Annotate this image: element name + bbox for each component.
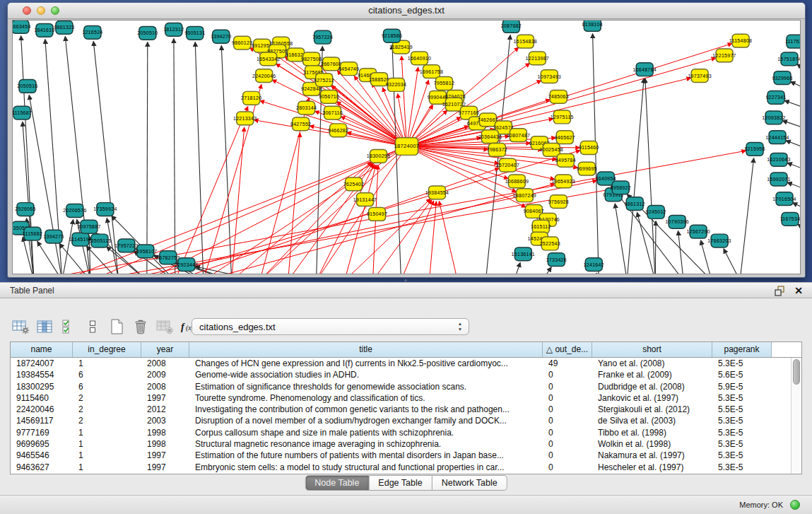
graph-edge[interactable] [701, 240, 712, 274]
graph-node[interactable]: 8495784 [555, 153, 576, 167]
graph-node[interactable]: 18807249 [513, 189, 536, 202]
table-cell[interactable]: Dudbridge et al. (2008) [592, 381, 712, 392]
graph-node[interactable]: 3067110 [322, 106, 343, 119]
table-cell[interactable]: 1997 [141, 450, 189, 461]
vertical-scrollbar[interactable] [791, 358, 801, 474]
graph-node[interactable]: 12213987 [526, 52, 549, 65]
graph-node[interactable]: 9699695 [577, 162, 597, 175]
table-cell[interactable]: 2 [73, 404, 141, 415]
table-cell[interactable]: 9463627 [11, 462, 73, 473]
graph-edge[interactable] [678, 231, 684, 274]
table-cell[interactable]: 2009 [141, 369, 189, 380]
graph-edge[interactable] [627, 78, 644, 274]
graph-node[interactable]: 18300295 [367, 149, 390, 163]
table-cell[interactable]: Yano et al. (2008) [592, 358, 712, 369]
table-cell[interactable]: de Silva et al. (2003) [592, 415, 712, 426]
graph-node[interactable]: 2050510 [137, 26, 158, 40]
graph-node[interactable]: 15720407 [496, 158, 519, 172]
table-cell[interactable]: 18300295 [11, 381, 73, 392]
graph-edge[interactable] [797, 64, 800, 70]
graph-node[interactable]: 10790396 [665, 215, 688, 228]
table-cell[interactable]: Structural magnetic resonance image aver… [189, 438, 543, 450]
graph-node[interactable]: 1167534 [780, 212, 800, 226]
table-cell[interactable]: Wolkin et al. (1998) [592, 438, 712, 450]
graph-node[interactable]: 15992071 [767, 173, 790, 186]
table-cell[interactable]: 1997 [141, 462, 189, 473]
graph-node[interactable]: 9861312 [625, 197, 645, 211]
graph-node[interactable]: 9115460 [579, 141, 599, 155]
graph-edge[interactable] [439, 201, 457, 274]
graph-node[interactable]: 16958107 [134, 245, 157, 258]
table-cell[interactable]: 9699695 [11, 438, 73, 450]
graph-node[interactable]: 17359924 [93, 203, 117, 216]
graph-node[interactable]: 12093822 [762, 111, 785, 124]
graph-edge[interactable] [724, 249, 740, 274]
table-cell[interactable]: 0 [543, 392, 592, 404]
table-cell[interactable]: 0 [543, 369, 592, 380]
table-cell[interactable]: 19384554 [11, 369, 73, 380]
table-cell[interactable]: Tourette syndrome. Phenomenology and cla… [189, 392, 543, 404]
window-titlebar[interactable]: citations_edges.txt [8, 3, 805, 19]
graph-node[interactable]: 9056710 [319, 90, 339, 103]
split-pane-handle[interactable]: ▲ [401, 278, 411, 281]
table-cell[interactable]: Stergiakouli et al. (2012) [592, 404, 712, 415]
graph-node[interactable]: 1394270 [211, 30, 231, 43]
graph-edge[interactable] [740, 158, 754, 274]
graph-node[interactable]: 1394275 [43, 230, 64, 243]
graph-edge[interactable] [174, 39, 175, 274]
graph-node[interactable]: 2087682 [501, 21, 522, 33]
table-cell[interactable]: 0 [543, 381, 592, 392]
checklist-icon[interactable] [58, 317, 79, 337]
graph-node[interactable]: 22420046 [252, 69, 276, 83]
table-cell[interactable]: 2 [73, 415, 141, 426]
table-row[interactable]: 969969511998Structural magnetic resonanc… [11, 438, 791, 450]
graph-node[interactable]: 9466282 [328, 124, 348, 137]
graph-node[interactable]: 9218586 [382, 29, 402, 42]
delete-table-icon[interactable] [154, 317, 175, 337]
network-view-window[interactable]: citations_edges.txt 18724007986012389129… [7, 2, 806, 278]
graph-node[interactable]: 10688609 [505, 175, 529, 188]
trash-icon[interactable] [130, 317, 151, 337]
column-header-title[interactable]: title [189, 342, 543, 357]
graph-node[interactable]: 12567290 [686, 225, 710, 238]
graph-node[interactable]: 16543342 [257, 52, 280, 66]
graph-edge[interactable] [784, 100, 800, 107]
table-cell[interactable]: 5.3E-5 [712, 427, 772, 438]
new-document-icon[interactable] [106, 317, 127, 337]
column-header-pagerank[interactable]: pagerank [712, 342, 772, 357]
graph-edge[interactable] [793, 203, 800, 209]
graph-node[interactable]: 2718120 [241, 91, 261, 105]
column-select-icon[interactable] [34, 317, 55, 337]
tab-edge-table[interactable]: Edge Table [369, 475, 432, 491]
table-cell[interactable]: 5.3E-5 [712, 438, 772, 450]
graph-edge[interactable] [429, 201, 436, 274]
graph-edge[interactable] [29, 95, 62, 274]
graph-node[interactable]: 1115682 [23, 227, 42, 240]
graph-node[interactable]: 8215958 [744, 143, 765, 156]
graph-node[interactable]: 10973493 [538, 70, 561, 83]
table-row[interactable]: 946362711997Embryonic stem cells: a mode… [11, 462, 791, 473]
graph-node[interactable]: 9329968 [772, 71, 792, 85]
graph-node[interactable]: 16640910 [408, 52, 431, 65]
graph-edge[interactable] [787, 182, 800, 189]
table-row[interactable]: 977716911998Corpus callosum shape and si… [11, 427, 791, 438]
graph-node[interactable]: 2050516 [17, 80, 37, 93]
graph-node[interactable]: 9827508 [301, 52, 322, 66]
graph-node[interactable]: 20364436 [478, 130, 502, 144]
table-row[interactable]: 1872400712008Changes of HCN gene express… [11, 358, 791, 369]
column-header-year[interactable]: year [141, 342, 189, 357]
table-cell[interactable]: 2008 [141, 358, 189, 369]
table-cell[interactable]: Nakamura et al. (1997) [592, 450, 712, 461]
table-row[interactable]: 1456911722003Disruption of a novel membe… [11, 415, 791, 426]
table-cell[interactable]: 5.3E-5 [712, 450, 772, 461]
table-row[interactable]: 2242004622012Investigating the contribut… [11, 404, 791, 415]
table-cell[interactable]: 1 [73, 427, 141, 438]
graph-edge[interactable] [195, 42, 204, 274]
graph-node[interactable]: 9322034 [386, 78, 406, 92]
table-gear-icon[interactable] [10, 317, 31, 337]
table-cell[interactable]: 0 [543, 438, 592, 450]
close-panel-icon[interactable]: ✕ [794, 285, 803, 296]
table-cell[interactable]: 0 [543, 404, 592, 415]
graph-node[interactable]: 7955812 [434, 77, 454, 90]
graph-node[interactable]: 2526065 [15, 203, 35, 216]
